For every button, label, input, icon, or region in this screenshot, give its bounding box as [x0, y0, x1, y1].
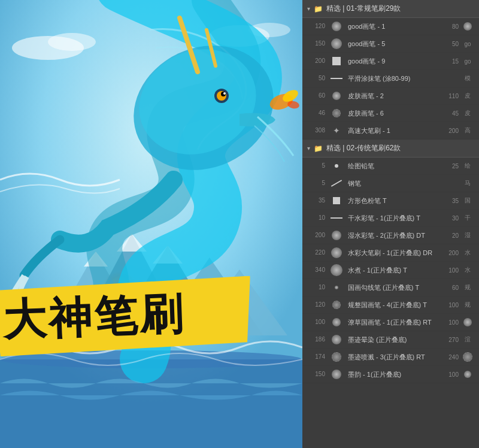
brush-name: 干水彩笔 - 1(正片叠底) T: [348, 214, 441, 222]
brush-preview-right: 水: [461, 246, 474, 259]
section2-items: 5绘图铅笔25绘5钢笔马35方形色粉笔 T35国10干水彩笔 - 1(正片叠底)…: [302, 158, 479, 383]
brush-size-left: 5: [307, 180, 325, 187]
brush-preview-left: [328, 89, 345, 102]
brush-name: good画笔 - 1: [348, 22, 441, 31]
brush-item[interactable]: 220水彩大笔刷 - 1(正片叠底) DR200水: [302, 244, 479, 262]
brush-preview-right: 皮: [461, 107, 474, 120]
brush-name: 墨迹晕染 (正片叠底): [348, 335, 441, 344]
brush-size-right: 200: [441, 250, 459, 256]
section1-header[interactable]: ▾ 📁 精选 | 01-常规笔刷29款: [302, 0, 479, 18]
brush-size-right: 60: [441, 284, 459, 291]
brush-size-right: 200: [441, 128, 459, 134]
brush-preview-left: [328, 107, 345, 120]
brush-name: 绘图铅笔: [348, 162, 441, 170]
brush-size-left: 10: [307, 284, 325, 291]
brush-name: 高速大笔刷 - 1: [348, 126, 441, 135]
brush-preview-left: [328, 159, 345, 172]
brush-preview-left: [328, 229, 345, 242]
brush-size-left: 100: [307, 319, 325, 326]
brush-preview-right: 规: [461, 281, 474, 294]
brush-size-left: 200: [307, 232, 325, 239]
brush-preview-right: 湿: [461, 229, 474, 242]
brush-item[interactable]: 10干水彩笔 - 1(正片叠底) T30干: [302, 210, 479, 227]
brush-size-right: 25: [441, 163, 459, 169]
brush-preview-right: 渲: [461, 333, 474, 346]
brush-preview-left: ✦: [328, 124, 345, 137]
section2-folder-icon: 📁: [314, 144, 323, 153]
brush-size-left: 174: [307, 353, 325, 361]
brush-preview-left: [328, 55, 345, 68]
brush-size-right: 45: [441, 110, 459, 117]
brush-preview-right: [461, 368, 474, 381]
brush-preview-left: [328, 316, 345, 329]
brush-preview-left: [328, 333, 345, 346]
brush-panel[interactable]: ▾ 📁 精选 | 01-常规笔刷29款 120good画笔 - 180150go…: [302, 0, 479, 448]
section1-title: 精选 | 01-常规笔刷29款: [326, 4, 474, 14]
brush-preview-left: [328, 246, 345, 259]
brush-item[interactable]: 200good画笔 - 915go: [302, 53, 479, 70]
brush-item[interactable]: 60皮肤画笔 - 2110皮: [302, 87, 479, 105]
brush-size-left: 340: [307, 267, 325, 274]
brush-size-left: 220: [307, 249, 325, 256]
brush-item[interactable]: 46皮肤画笔 - 645皮: [302, 105, 479, 122]
brush-item[interactable]: 308✦高速大笔刷 - 1200高: [302, 122, 479, 140]
brush-name: 钢笔: [348, 179, 441, 187]
artwork-panel: 大神笔刷: [0, 0, 302, 448]
brush-preview-left: [328, 281, 345, 294]
brush-item[interactable]: 100潦草国画笔 - 1(正片叠底) RT100: [302, 314, 479, 331]
brush-item[interactable]: 5钢笔马: [302, 175, 479, 192]
brush-size-left: 308: [307, 127, 325, 134]
brush-item[interactable]: 200湿水彩笔 - 2(正片叠底) DT20湿: [302, 227, 479, 244]
brush-item[interactable]: 186墨迹晕染 (正片叠底)270渲: [302, 331, 479, 349]
brush-preview-right: 高: [461, 124, 474, 137]
brush-item[interactable]: 150墨韵 - 1(正片叠底)100: [302, 366, 479, 383]
brush-item[interactable]: 174墨迹喷溅 - 3(正片叠底) RT240: [302, 349, 479, 366]
section2-header[interactable]: ▾ 📁 精选 | 02-传统笔刷62款: [302, 140, 479, 158]
brush-size-left: 50: [307, 75, 325, 82]
brush-item[interactable]: 5绘图铅笔25绘: [302, 158, 479, 175]
brush-item[interactable]: 150good画笔 - 550go: [302, 35, 479, 53]
brush-size-right: 100: [441, 302, 459, 308]
brush-size-right: 100: [441, 267, 459, 274]
svg-point-22: [223, 92, 226, 95]
dragon-illustration: [0, 0, 302, 448]
brush-preview-right: [461, 316, 474, 329]
brush-preview-right: [461, 350, 474, 364]
brush-name: 平滑涂抹笔 (涂80-99): [348, 74, 441, 83]
brush-preview-right: go: [461, 37, 474, 50]
brush-preview-left: [328, 20, 345, 33]
brush-name: good画笔 - 5: [348, 40, 441, 48]
brush-size-left: 150: [307, 371, 325, 378]
brush-name: 墨韵 - 1(正片叠底): [348, 370, 441, 379]
brush-preview-right: [461, 20, 474, 33]
brush-preview-right: 皮: [461, 89, 474, 102]
brush-preview-right: 模: [461, 72, 474, 85]
brush-preview-left: [328, 177, 345, 190]
brush-preview-right: 干: [461, 211, 474, 225]
brush-item[interactable]: 10国画勾线笔 (正片叠底) T60规: [302, 279, 479, 296]
artwork-title: 大神笔刷: [2, 286, 186, 350]
brush-preview-left: [328, 264, 345, 277]
brush-size-right: 100: [441, 319, 459, 326]
brush-size-right: 270: [441, 337, 459, 343]
brush-preview-right: 水: [461, 264, 474, 277]
brush-preview-right: go: [461, 55, 474, 68]
brush-name: 水煮 - 1(正片叠底) T: [348, 266, 441, 274]
brush-item[interactable]: 120good画笔 - 180: [302, 18, 479, 35]
svg-point-2: [48, 33, 96, 51]
brush-item[interactable]: 35方形色粉笔 T35国: [302, 192, 479, 210]
section1-folder-icon: 📁: [314, 5, 323, 13]
brush-preview-right: 马: [461, 177, 474, 190]
brush-name: 皮肤画笔 - 6: [348, 109, 441, 117]
brush-name: 潦草国画笔 - 1(正片叠底) RT: [348, 318, 441, 326]
brush-name: 方形色粉笔 T: [348, 196, 441, 205]
brush-item[interactable]: 120规整国画笔 - 4(正片叠底) T100规: [302, 296, 479, 314]
brush-size-right: 240: [441, 354, 459, 361]
brush-name: 规整国画笔 - 4(正片叠底) T: [348, 301, 441, 309]
brush-name: 皮肤画笔 - 2: [348, 92, 441, 100]
brush-size-left: 10: [307, 214, 325, 222]
brush-item[interactable]: 50平滑涂抹笔 (涂80-99)模: [302, 70, 479, 87]
brush-preview-left: [328, 368, 345, 381]
brush-item[interactable]: 340水煮 - 1(正片叠底) T100水: [302, 262, 479, 279]
brush-size-right: 20: [441, 232, 459, 239]
